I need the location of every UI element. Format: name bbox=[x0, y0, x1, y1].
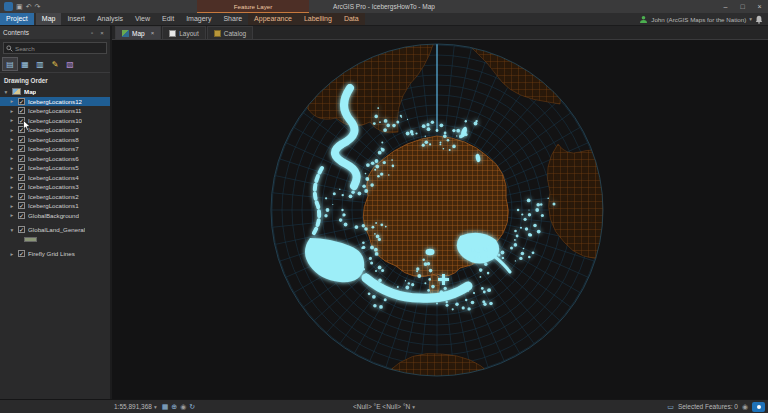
expander-icon[interactable]: ▸ bbox=[9, 174, 15, 180]
layer-row-iceberglocations3[interactable]: ▸✓IcebergLocations3 bbox=[0, 182, 110, 192]
layer-visibility-checkbox[interactable]: ✓ bbox=[18, 136, 25, 143]
layer-visibility-checkbox[interactable]: ✓ bbox=[18, 250, 25, 257]
layer-row-iceberglocations9[interactable]: ▸✓IcebergLocations9 bbox=[0, 125, 110, 135]
list-by-source-icon[interactable]: ▦ bbox=[18, 58, 32, 70]
layer-row-iceberglocations4[interactable]: ▸✓IcebergLocations4 bbox=[0, 173, 110, 183]
expander-icon[interactable]: ▸ bbox=[9, 251, 15, 257]
symbology-swatch[interactable] bbox=[24, 237, 37, 242]
layer-row-iceberglocations1[interactable]: ▸✓IcebergLocations1 bbox=[0, 201, 110, 211]
redo-button[interactable]: ↷ bbox=[35, 3, 41, 11]
map-view-icon bbox=[122, 30, 129, 37]
layer-row-iceberglocations8[interactable]: ▸✓IcebergLocations8 bbox=[0, 135, 110, 145]
expander-icon[interactable]: ▸ bbox=[9, 136, 15, 142]
undo-button[interactable]: ↶ bbox=[26, 3, 32, 11]
layer-row-map[interactable]: ▾Map bbox=[0, 87, 110, 97]
layer-row-iceberglocations5[interactable]: ▸✓IcebergLocations5 bbox=[0, 163, 110, 173]
close-button[interactable]: × bbox=[751, 0, 768, 13]
view-tab-label: Catalog bbox=[224, 30, 246, 37]
ribbon-tab-share[interactable]: Share bbox=[217, 13, 248, 25]
minimize-button[interactable]: – bbox=[717, 0, 734, 13]
refresh-map-icon[interactable]: ↻ bbox=[189, 403, 195, 411]
signed-in-user[interactable]: John (ArcGIS Maps for the Nation) bbox=[651, 16, 746, 23]
layer-visibility-checkbox[interactable]: ✓ bbox=[18, 98, 25, 105]
layer-visibility-checkbox[interactable]: ✓ bbox=[18, 107, 25, 114]
map-scale-dropdown[interactable]: 1:55,891,368 ▾ bbox=[114, 403, 157, 410]
expander-icon[interactable]: ▸ bbox=[9, 127, 15, 133]
list-by-labeling-icon[interactable]: ▧ bbox=[63, 58, 77, 70]
view-tab-catalog[interactable]: Catalog bbox=[207, 26, 253, 39]
expander-icon[interactable]: ▸ bbox=[9, 155, 15, 161]
layer-row-iceberglocations12[interactable]: ▸✓IcebergLocations12 bbox=[0, 97, 110, 107]
expander-icon[interactable]: ▸ bbox=[9, 193, 15, 199]
pane-dock-icon[interactable]: ▫ bbox=[87, 30, 97, 36]
globe-icon[interactable]: ◉ bbox=[742, 403, 748, 411]
map-scale-value: 1:55,891,368 bbox=[114, 403, 152, 410]
ribbon-tab-analysis[interactable]: Analysis bbox=[91, 13, 129, 25]
title-bar: ▣ ↶ ↷ Feature Layer ArcGIS Pro - Iceberg… bbox=[0, 0, 768, 13]
layer-visibility-checkbox[interactable]: ✓ bbox=[18, 202, 25, 209]
expander-icon[interactable]: ▾ bbox=[3, 89, 9, 95]
expander-icon[interactable]: ▸ bbox=[9, 203, 15, 209]
list-by-selection-icon[interactable]: ▥ bbox=[33, 58, 47, 70]
expander-icon[interactable]: ▸ bbox=[9, 212, 15, 218]
ribbon-tab-edit[interactable]: Edit bbox=[156, 13, 180, 25]
notifications-status-button[interactable] bbox=[752, 402, 765, 412]
snapping-toggle-icon[interactable]: ⊕ bbox=[171, 403, 177, 411]
layer-visibility-checkbox[interactable]: ✓ bbox=[18, 164, 25, 171]
close-icon[interactable]: × bbox=[151, 30, 155, 36]
list-by-drawing-order-icon[interactable]: ▤ bbox=[3, 58, 17, 70]
layer-row-iceberglocations11[interactable]: ▸✓IcebergLocations11 bbox=[0, 106, 110, 116]
layer-row-globalland-general-swatch[interactable] bbox=[0, 235, 110, 245]
layer-visibility-checkbox[interactable]: ✓ bbox=[18, 212, 25, 219]
ribbon-tab-labelling[interactable]: Labelling bbox=[298, 13, 338, 25]
list-by-editing-icon[interactable]: ✎ bbox=[48, 58, 62, 70]
expander-icon[interactable]: ▸ bbox=[9, 165, 15, 171]
layer-visibility-checkbox[interactable]: ✓ bbox=[18, 226, 25, 233]
layer-label: IcebergLocations6 bbox=[28, 155, 79, 162]
layer-visibility-checkbox[interactable]: ✓ bbox=[18, 117, 25, 124]
expander-icon[interactable]: ▸ bbox=[9, 117, 15, 123]
ribbon-tab-map[interactable]: Map bbox=[36, 13, 62, 25]
expander-icon[interactable]: ▸ bbox=[9, 146, 15, 152]
ribbon-tab-project[interactable]: Project bbox=[0, 13, 34, 25]
expander-icon[interactable]: ▸ bbox=[9, 184, 15, 190]
layer-visibility-status-icon[interactable]: ▦ bbox=[162, 403, 169, 411]
layer-row-iceberglocations6[interactable]: ▸✓IcebergLocations6 bbox=[0, 154, 110, 164]
layer-visibility-checkbox[interactable]: ✓ bbox=[18, 183, 25, 190]
layer-visibility-checkbox[interactable]: ✓ bbox=[18, 174, 25, 181]
layer-row-firefly-grid-lines[interactable]: ▸✓Firefly Grid Lines bbox=[0, 249, 110, 259]
selection-icon[interactable]: ▭ bbox=[667, 403, 674, 411]
selected-features-label: Selected Features: 0 bbox=[678, 403, 738, 410]
expander-icon[interactable]: ▸ bbox=[9, 108, 15, 114]
ribbon-tab-data[interactable]: Data bbox=[338, 13, 365, 25]
pane-close-icon[interactable]: × bbox=[97, 30, 107, 36]
layer-row-iceberglocations2[interactable]: ▸✓IcebergLocations2 bbox=[0, 192, 110, 202]
ribbon-tab-insert[interactable]: Insert bbox=[61, 13, 91, 25]
ribbon-tab-appearance[interactable]: Appearance bbox=[248, 13, 298, 25]
coordinates-display[interactable]: <Null> °E <Null> °N ▾ bbox=[353, 403, 415, 410]
layer-label: GlobalBackground bbox=[28, 212, 79, 219]
view-tab-map[interactable]: Map× bbox=[115, 26, 161, 39]
layer-visibility-checkbox[interactable]: ✓ bbox=[18, 126, 25, 133]
expander-icon[interactable]: ▾ bbox=[9, 227, 15, 233]
save-button[interactable]: ▣ bbox=[16, 3, 23, 11]
ribbon-tab-view[interactable]: View bbox=[129, 13, 156, 25]
layer-row-globalbackground[interactable]: ▸✓GlobalBackground bbox=[0, 211, 110, 221]
expander-icon[interactable]: ▸ bbox=[9, 98, 15, 104]
layer-label: GlobalLand_General bbox=[28, 226, 85, 233]
contents-pane-header: Contents ▫ × bbox=[0, 26, 110, 39]
layer-visibility-checkbox[interactable]: ✓ bbox=[18, 145, 25, 152]
layer-row-globalland-general[interactable]: ▾✓GlobalLand_General bbox=[0, 225, 110, 235]
view-tab-layout[interactable]: Layout bbox=[162, 26, 206, 39]
map-view[interactable] bbox=[112, 40, 768, 399]
search-input[interactable] bbox=[15, 45, 104, 52]
layer-row-iceberglocations10[interactable]: ▸✓IcebergLocations10 bbox=[0, 116, 110, 126]
pause-drawing-icon[interactable]: ◉ bbox=[180, 403, 186, 411]
notifications-bell-icon[interactable] bbox=[755, 15, 763, 24]
maximize-button[interactable]: □ bbox=[734, 0, 751, 13]
layer-visibility-checkbox[interactable]: ✓ bbox=[18, 193, 25, 200]
layer-visibility-checkbox[interactable]: ✓ bbox=[18, 155, 25, 162]
ribbon-tab-imagery[interactable]: Imagery bbox=[180, 13, 217, 25]
layer-row-iceberglocations7[interactable]: ▸✓IcebergLocations7 bbox=[0, 144, 110, 154]
ribbon-right-area: John (ArcGIS Maps for the Nation) ▾ bbox=[639, 13, 768, 25]
